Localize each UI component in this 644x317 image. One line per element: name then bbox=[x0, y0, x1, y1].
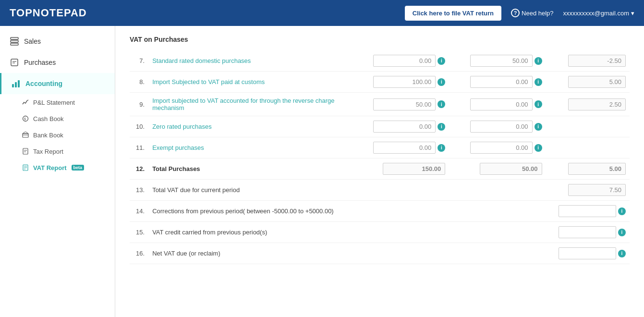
table-row: 12.Total Purchases 150.00 50.00 5.00 bbox=[130, 158, 630, 180]
info-icon-col1[interactable]: i bbox=[437, 57, 445, 65]
vatreport-icon bbox=[22, 164, 29, 171]
info-icon-col2[interactable]: i bbox=[535, 144, 542, 152]
result-value: 5.00 bbox=[568, 76, 626, 88]
row-num: 9. bbox=[130, 93, 148, 116]
result-input[interactable] bbox=[559, 205, 616, 217]
sidebar-item-pl[interactable]: P&L Statement bbox=[7, 94, 115, 110]
row-num: 7. bbox=[130, 50, 148, 72]
svg-rect-8 bbox=[18, 80, 20, 87]
sidebar-accounting-label: Accounting bbox=[25, 80, 62, 87]
sidebar-item-sales[interactable]: Sales bbox=[0, 31, 115, 52]
row-label: Total Purchases bbox=[148, 158, 352, 180]
row-label: Total VAT due for current period bbox=[148, 180, 352, 201]
vat-table: 7.Standard rated domestic purchases i i … bbox=[130, 50, 630, 264]
row-label: Zero rated purchases bbox=[148, 116, 352, 137]
sidebar-sales-label: Sales bbox=[24, 37, 41, 45]
result-input[interactable] bbox=[559, 247, 616, 259]
row-label: Net VAT due (or reclaim) bbox=[148, 243, 352, 264]
row-num: 13. bbox=[130, 180, 148, 201]
sidebar-accounting-sub: P&L Statement $ Cash Book bbox=[0, 94, 115, 176]
col2-cell: i bbox=[449, 116, 546, 137]
col1-value: 150.00 bbox=[383, 163, 445, 175]
header-right: Click here to file VAT return ? Need hel… bbox=[405, 6, 634, 21]
result-value: -2.50 bbox=[568, 55, 626, 67]
cashbook-label: Cash Book bbox=[33, 115, 64, 122]
info-icon-col2[interactable]: i bbox=[535, 123, 542, 131]
result-input[interactable] bbox=[559, 226, 616, 238]
row-num: 11. bbox=[130, 137, 148, 158]
table-row: 11.Exempt purchases i i bbox=[130, 137, 630, 158]
sidebar-item-cashbook[interactable]: $ Cash Book bbox=[7, 110, 115, 127]
info-icon-col2[interactable]: i bbox=[535, 78, 542, 86]
col2-cell: i bbox=[449, 50, 546, 72]
info-icon-col1[interactable]: i bbox=[437, 100, 445, 108]
col1-cell: 150.00 bbox=[352, 158, 449, 180]
table-row: 10.Zero rated purchases i i bbox=[130, 116, 630, 137]
result-value: 7.50 bbox=[568, 184, 626, 196]
table-row: 8.Import Subjected to VAT paid at custom… bbox=[130, 72, 630, 93]
col2-input[interactable] bbox=[470, 76, 533, 88]
svg-rect-1 bbox=[11, 40, 18, 42]
info-icon-col1[interactable]: i bbox=[437, 123, 445, 131]
vat-return-button[interactable]: Click here to file VAT return bbox=[405, 6, 501, 21]
svg-rect-6 bbox=[12, 84, 14, 87]
pl-label: P&L Statement bbox=[33, 99, 75, 106]
sidebar-item-taxreport[interactable]: Tax Report bbox=[7, 143, 115, 159]
col2-cell: i bbox=[449, 93, 546, 116]
chevron-down-icon: ▾ bbox=[631, 10, 634, 17]
row-num: 15. bbox=[130, 222, 148, 243]
user-menu[interactable]: xxxxxxxxxx@gmail.com ▾ bbox=[563, 10, 634, 17]
info-icon-result[interactable]: i bbox=[618, 207, 626, 215]
col1-cell: i bbox=[352, 72, 449, 93]
col1-input[interactable] bbox=[373, 55, 436, 67]
row-label: Standard rated domestic purchases bbox=[148, 50, 352, 72]
result-cell bbox=[546, 137, 630, 158]
row-num: 14. bbox=[130, 201, 148, 222]
sidebar-item-purchases[interactable]: Purchases bbox=[0, 52, 115, 73]
col2-cell: 50.00 bbox=[449, 158, 546, 180]
svg-rect-2 bbox=[11, 43, 18, 45]
sidebar-item-accounting[interactable]: Accounting bbox=[0, 73, 115, 94]
result-cell: 2.50 bbox=[546, 93, 630, 116]
sidebar-purchases-label: Purchases bbox=[24, 59, 56, 66]
col2-value: 50.00 bbox=[480, 163, 542, 175]
result-cell: i bbox=[546, 222, 630, 243]
empty-cols bbox=[352, 222, 546, 243]
help-icon: ? bbox=[511, 9, 520, 17]
svg-marker-13 bbox=[23, 132, 28, 134]
col2-input[interactable] bbox=[470, 142, 533, 154]
info-icon-col2[interactable]: i bbox=[535, 57, 542, 65]
table-row: 7.Standard rated domestic purchases i i … bbox=[130, 50, 630, 72]
info-icon-result[interactable]: i bbox=[618, 229, 626, 236]
result-cell: i bbox=[546, 201, 630, 222]
table-row: 15.VAT credit carried from previous peri… bbox=[130, 222, 630, 243]
info-icon-col1[interactable]: i bbox=[437, 144, 445, 152]
info-icon-col1[interactable]: i bbox=[437, 78, 445, 86]
svg-rect-0 bbox=[11, 37, 18, 39]
col2-input[interactable] bbox=[470, 55, 533, 67]
row-label: Exempt purchases bbox=[148, 137, 352, 158]
bankbook-label: Bank Book bbox=[33, 132, 63, 139]
result-cell: 5.00 bbox=[546, 158, 630, 180]
svg-rect-3 bbox=[11, 59, 18, 66]
info-icon-col2[interactable]: i bbox=[535, 100, 542, 108]
sidebar-item-bankbook[interactable]: Bank Book bbox=[7, 127, 115, 143]
col1-input[interactable] bbox=[373, 98, 436, 110]
app-header: TopNotepad Click here to file VAT return… bbox=[0, 0, 644, 26]
col1-input[interactable] bbox=[373, 142, 436, 154]
accounting-icon bbox=[11, 79, 21, 88]
sales-icon bbox=[10, 37, 19, 46]
col1-input[interactable] bbox=[373, 76, 436, 88]
help-link[interactable]: ? Need help? bbox=[511, 9, 554, 17]
info-icon-result[interactable]: i bbox=[618, 250, 626, 257]
pl-icon bbox=[22, 98, 29, 106]
table-row: 13.Total VAT due for current period 7.50 bbox=[130, 180, 630, 201]
row-num: 10. bbox=[130, 116, 148, 137]
table-row: 9.Import subjected to VAT accounted for … bbox=[130, 93, 630, 116]
section-title: VAT on Purchases bbox=[130, 36, 630, 43]
sidebar-item-vatreport[interactable]: VAT Report beta bbox=[7, 159, 115, 176]
col1-input[interactable] bbox=[373, 121, 436, 133]
result-value: 5.00 bbox=[568, 163, 626, 175]
col2-input[interactable] bbox=[470, 121, 533, 133]
col2-input[interactable] bbox=[470, 98, 533, 110]
